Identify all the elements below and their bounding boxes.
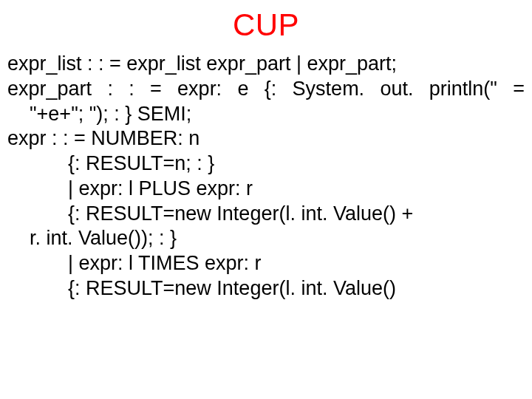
grammar-line: r. int. Value()); : } (7, 226, 525, 251)
slide-title: CUP (7, 7, 525, 43)
grammar-line: expr_list : : = expr_list expr_part | ex… (7, 52, 525, 77)
grammar-line: | expr: l PLUS expr: r (7, 177, 525, 202)
slide: CUP expr_list : : = expr_list expr_part … (0, 0, 532, 399)
grammar-line: expr_part : : = expr: e {: System. out. … (7, 77, 525, 102)
grammar-line: {: RESULT=n; : } (7, 151, 525, 177)
grammar-line: {: RESULT=new Integer(l. int. Value() + (7, 202, 525, 227)
grammar-line: {: RESULT=new Integer(l. int. Value() (7, 276, 525, 301)
slide-body: expr_list : : = expr_list expr_part | ex… (7, 52, 525, 301)
grammar-line: expr : : = NUMBER: n (7, 126, 525, 151)
grammar-line: | expr: l TIMES expr: r (7, 251, 525, 276)
grammar-line: "+e+"; "); : } SEMI; (7, 102, 525, 127)
